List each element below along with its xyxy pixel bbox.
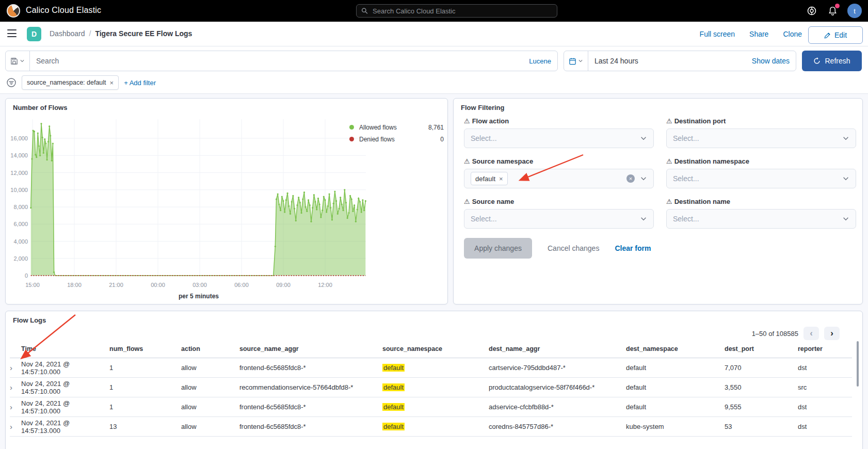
share-link[interactable]: Share bbox=[749, 30, 768, 38]
legend-dot bbox=[349, 125, 354, 130]
legend-item[interactable]: Allowed flows8,761 bbox=[349, 121, 444, 133]
clone-link[interactable]: Clone bbox=[783, 30, 802, 38]
cell-dest_namespace: default bbox=[626, 383, 725, 391]
select-placeholder: Select... bbox=[673, 134, 842, 142]
expand-row-icon[interactable]: › bbox=[10, 383, 21, 391]
cell-dest_port: 7,070 bbox=[725, 364, 798, 372]
query-row: Lucene Last 24 hours Show dates bbox=[5, 51, 863, 71]
remove-filter-icon[interactable]: × bbox=[110, 79, 114, 87]
pencil-icon bbox=[824, 32, 831, 39]
app-header: Calico Cloud Elastic bbox=[0, 0, 868, 22]
warning-icon: ⚠ bbox=[464, 157, 470, 165]
chevron-down-icon bbox=[640, 175, 647, 182]
clear-selection-icon[interactable]: × bbox=[626, 174, 635, 183]
space-badge[interactable]: D bbox=[27, 27, 41, 41]
expand-row-icon[interactable]: › bbox=[10, 403, 21, 411]
next-page-button[interactable]: › bbox=[824, 327, 840, 340]
table-row: ›Nov 24, 2021 @ 14:57:10.0001allowfronte… bbox=[10, 358, 852, 378]
cancel-changes-button[interactable]: Cancel changes bbox=[548, 244, 599, 252]
cell-dest_name_aggr: adservice-cfcbfb88d-* bbox=[489, 403, 626, 411]
column-header-Time: Time bbox=[21, 345, 109, 352]
show-dates-link[interactable]: Show dates bbox=[746, 57, 796, 65]
menu-icon[interactable] bbox=[7, 29, 17, 37]
refresh-button[interactable]: Refresh bbox=[802, 51, 862, 71]
full-screen-link[interactable]: Full screen bbox=[700, 30, 735, 38]
flow-filtering-form: ⚠Flow actionSelect...⚠Destination portSe… bbox=[464, 116, 856, 229]
cell-dest_port: 9,555 bbox=[725, 403, 798, 411]
dashboard-header: D Dashboard / Tigera Secure EE Flow Logs… bbox=[0, 22, 868, 46]
svg-text:4,000: 4,000 bbox=[13, 238, 28, 245]
field-label: Destination namespace bbox=[674, 157, 749, 165]
flow-logs-panel: Flow Logs 1–50 of 108585 ‹ › Timenum_flo… bbox=[5, 311, 863, 449]
column-header-action: action bbox=[181, 345, 239, 352]
cell-dest_port: 53 bbox=[725, 423, 798, 430]
edit-button[interactable]: Edit bbox=[808, 26, 863, 44]
saved-query-button[interactable] bbox=[6, 51, 30, 71]
query-language[interactable]: Lucene bbox=[523, 57, 557, 65]
selected-tag-default[interactable]: default× bbox=[471, 172, 508, 185]
cell-num_flows: 1 bbox=[109, 383, 181, 391]
table-row: ›Nov 24, 2021 @ 14:57:10.0001allowrecomm… bbox=[10, 378, 852, 397]
filter-pill-source-namespace[interactable]: source_namespace: default × bbox=[22, 75, 119, 90]
filtering-panel-title: Flow Filtering bbox=[461, 104, 505, 111]
svg-text:per 5 minutes: per 5 minutes bbox=[179, 293, 219, 300]
column-header-dest_port: dest_port bbox=[725, 345, 798, 352]
calendar-icon bbox=[569, 57, 576, 65]
select-flow-action[interactable]: Select... bbox=[464, 129, 654, 148]
query-chrome: Lucene Last 24 hours Show dates bbox=[0, 46, 868, 94]
remove-tag-icon[interactable]: × bbox=[499, 175, 503, 183]
column-header-source_namespace: source_namespace bbox=[382, 345, 489, 352]
cloud-deployment-icon[interactable] bbox=[806, 5, 817, 17]
combo-source-namespace[interactable]: default×× bbox=[464, 169, 654, 188]
cell-source_namespace: default bbox=[382, 383, 489, 391]
table-scrollbar[interactable] bbox=[857, 341, 859, 387]
time-range-value[interactable]: Last 24 hours bbox=[588, 57, 746, 65]
expand-row-icon[interactable]: › bbox=[10, 364, 21, 372]
filter-icon[interactable] bbox=[6, 77, 17, 88]
column-header-source_name_aggr: source_name_aggr bbox=[239, 345, 382, 352]
expand-row-icon[interactable]: › bbox=[10, 423, 21, 430]
svg-text:03:00: 03:00 bbox=[192, 282, 207, 288]
cell-Time: Nov 24, 2021 @ 14:57:10.000 bbox=[21, 380, 109, 395]
breadcrumb-dashboard[interactable]: Dashboard bbox=[50, 29, 85, 38]
calendar-button[interactable] bbox=[564, 51, 588, 71]
svg-text:09:00: 09:00 bbox=[276, 282, 291, 288]
form-field-source-name: ⚠Source nameSelect... bbox=[464, 197, 654, 229]
legend-item[interactable]: Denied flows0 bbox=[349, 133, 444, 145]
query-bar: Lucene bbox=[5, 51, 558, 71]
select-destination-name[interactable]: Select... bbox=[666, 209, 856, 229]
previous-page-button[interactable]: ‹ bbox=[803, 327, 819, 340]
legend-label: Allowed flows bbox=[359, 124, 428, 131]
number-of-flows-panel: Number of Flows 02,0004,0006,0008,00010,… bbox=[5, 98, 448, 304]
select-destination-port[interactable]: Select... bbox=[666, 129, 856, 148]
highlighted-value: default bbox=[382, 423, 405, 430]
select-placeholder: Select... bbox=[673, 174, 842, 183]
apply-changes-button[interactable]: Apply changes bbox=[464, 238, 532, 259]
chevron-down-icon bbox=[640, 135, 647, 142]
select-placeholder: Select... bbox=[471, 134, 640, 142]
table-header-row: Timenum_flowsactionsource_name_aggrsourc… bbox=[10, 340, 852, 358]
notifications-bell-icon[interactable] bbox=[827, 5, 838, 17]
cell-action: allow bbox=[181, 383, 239, 391]
field-label: Destination name bbox=[674, 198, 730, 205]
user-avatar[interactable]: t bbox=[847, 4, 862, 18]
table-row: ›Nov 24, 2021 @ 14:57:13.00013allowfront… bbox=[10, 417, 852, 437]
form-field-destination-namespace: ⚠Destination namespaceSelect... bbox=[666, 156, 856, 188]
highlighted-value: default bbox=[382, 383, 405, 391]
global-search[interactable] bbox=[356, 4, 557, 18]
search-input[interactable] bbox=[30, 57, 523, 65]
column-header-dest_name_aggr: dest_name_aggr bbox=[489, 345, 626, 352]
select-source-name[interactable]: Select... bbox=[464, 209, 654, 229]
cell-dest_namespace: default bbox=[626, 403, 725, 411]
cell-num_flows: 13 bbox=[109, 423, 181, 430]
add-filter-link[interactable]: + Add filter bbox=[124, 79, 156, 87]
cell-source_name_aggr: frontend-6c5685fdc8-* bbox=[239, 403, 382, 411]
select-destination-namespace[interactable]: Select... bbox=[666, 169, 856, 188]
global-search-input[interactable] bbox=[372, 7, 552, 15]
breadcrumb-separator: / bbox=[89, 29, 91, 38]
clear-form-button[interactable]: Clear form bbox=[615, 244, 651, 252]
column-header-reporter: reporter bbox=[798, 345, 852, 352]
field-label: Flow action bbox=[472, 117, 509, 125]
cell-reporter: src bbox=[798, 383, 852, 391]
cell-source_namespace: default bbox=[382, 403, 489, 411]
